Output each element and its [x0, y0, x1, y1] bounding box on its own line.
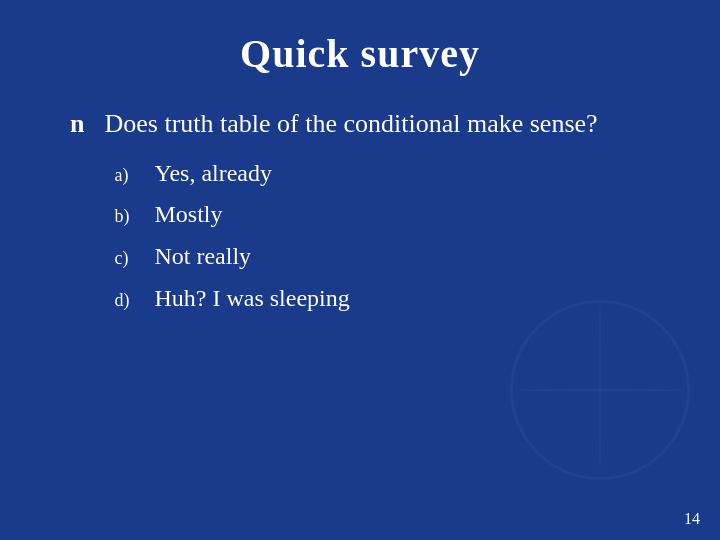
- slide-title: Quick survey: [240, 30, 480, 77]
- option-text-c: Not really: [154, 240, 251, 274]
- list-item: b) Mostly: [114, 198, 597, 232]
- option-label-c: c): [114, 246, 142, 271]
- list-item: c) Not really: [114, 240, 597, 274]
- option-label-b: b): [114, 204, 142, 229]
- list-item: a) Yes, already: [114, 157, 597, 191]
- list-item: d) Huh? I was sleeping: [114, 282, 597, 316]
- option-label-a: a): [114, 163, 142, 188]
- bullet-marker: n: [70, 109, 84, 139]
- option-label-d: d): [114, 288, 142, 313]
- option-text-a: Yes, already: [154, 157, 272, 191]
- slide-number: 14: [684, 510, 700, 528]
- content-area: n Does truth table of the conditional ma…: [50, 107, 670, 323]
- option-text-b: Mostly: [154, 198, 222, 232]
- slide-container: Quick survey n Does truth table of the c…: [0, 0, 720, 540]
- question-text: Does truth table of the conditional make…: [104, 107, 597, 141]
- question-block: Does truth table of the conditional make…: [104, 107, 597, 323]
- options-list: a) Yes, already b) Mostly c) Not really …: [104, 157, 597, 323]
- background-decoration: [510, 300, 690, 480]
- option-text-d: Huh? I was sleeping: [154, 282, 349, 316]
